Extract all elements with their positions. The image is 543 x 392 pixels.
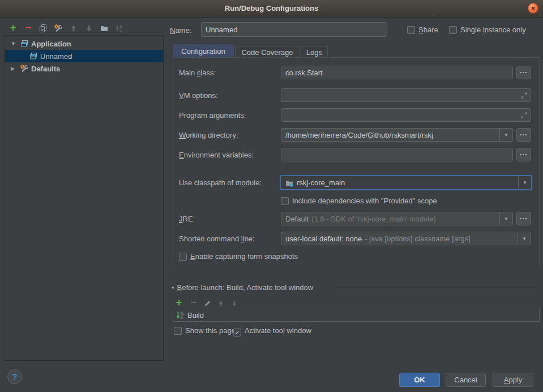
checkbox-unchecked[interactable] — [281, 197, 289, 205]
environment-variables-input[interactable] — [281, 148, 513, 161]
checkbox-unchecked[interactable] — [174, 327, 182, 335]
main-class-label: Main class: — [179, 66, 216, 79]
tree-item-label: Defaults — [31, 65, 60, 73]
before-launch-header[interactable]: ▾ Before launch: Build, Activate tool wi… — [172, 283, 313, 292]
environment-variables-browse-button[interactable]: ... — [516, 148, 531, 161]
edit-defaults-icon[interactable] — [53, 23, 64, 34]
tree-item-unnamed[interactable]: Unnamed — [5, 50, 163, 62]
remove-task-icon[interactable]: − — [188, 297, 199, 308]
enable-snapshots-checkbox[interactable]: Enable capturing form snapshots — [179, 252, 298, 261]
build-icon: 01 10 01 — [176, 311, 185, 320]
application-icon — [20, 39, 29, 48]
vm-options-input[interactable] — [281, 88, 531, 102]
tree-group-application[interactable]: ▼ Application — [5, 37, 163, 50]
new-folder-icon[interactable] — [99, 23, 110, 34]
include-provided-checkbox[interactable]: Include dependencies with "Provided" sco… — [281, 197, 437, 205]
move-up-icon[interactable] — [68, 23, 79, 34]
move-down-icon[interactable] — [83, 23, 95, 34]
module-icon — [285, 178, 294, 188]
configuration-panel: Main class: co.rsk.Start ... VM options:… — [173, 57, 540, 266]
move-down-icon[interactable] — [229, 298, 240, 309]
chevron-down-icon[interactable]: ▼ — [518, 176, 531, 189]
tree-group-defaults[interactable]: ▶ Defaults — [5, 62, 163, 75]
expand-field-icon[interactable] — [520, 111, 528, 121]
jre-browse-button[interactable]: ... — [516, 212, 531, 225]
sort-alphabetically-icon[interactable]: a z — [113, 23, 125, 34]
before-launch-task-build[interactable]: 01 10 01 Build — [173, 309, 540, 322]
remove-icon[interactable]: − — [23, 22, 34, 33]
program-arguments-label: Program arguments: — [179, 108, 246, 122]
svg-text:z: z — [119, 29, 122, 33]
configurations-tree: ▼ Application Unnamed ▶ — [5, 35, 164, 361]
name-input[interactable]: Unnamed — [201, 22, 387, 37]
tree-item-label: Unnamed — [40, 52, 72, 61]
working-directory-label: Working directory: — [179, 128, 238, 142]
checkbox-unchecked[interactable] — [179, 253, 187, 261]
run-debug-configurations-dialog: Run/Debug Configurations × + − — [0, 0, 543, 392]
chevron-collapsed-icon[interactable]: ▶ — [11, 66, 16, 71]
settings-icon — [20, 64, 29, 73]
jre-label: JRE: — [179, 212, 195, 225]
program-arguments-input[interactable] — [281, 108, 531, 122]
apply-button[interactable]: Apply — [493, 373, 533, 387]
expand-field-icon[interactable] — [520, 91, 528, 101]
use-classpath-label: Use classpath of module: — [179, 176, 262, 189]
application-icon — [29, 52, 38, 61]
dialog-title: Run/Debug Configurations — [225, 4, 318, 12]
add-icon[interactable]: + — [7, 22, 19, 33]
close-icon: × — [531, 4, 536, 12]
help-icon: ? — [12, 372, 17, 381]
tree-item-label: Application — [31, 40, 71, 48]
section-divider — [335, 288, 538, 288]
section-collapse-icon[interactable]: ▾ — [172, 285, 174, 291]
shorten-command-line-label: Shorten command line: — [179, 232, 255, 245]
checkbox-unchecked[interactable] — [407, 26, 415, 34]
tab-configuration[interactable]: Configuration — [173, 44, 234, 58]
chevron-down-icon[interactable]: ▼ — [499, 212, 512, 225]
working-directory-combo[interactable]: /home/meriherrera/Code/Github/rsksmart/r… — [281, 128, 513, 142]
activate-tool-window-checkbox[interactable]: ✓Activate tool window — [233, 326, 311, 336]
checkbox-checked[interactable]: ✓ — [233, 329, 241, 336]
copy-icon[interactable] — [37, 23, 49, 34]
environment-variables-label: Environment variables: — [179, 148, 254, 161]
svg-text:01: 01 — [181, 317, 184, 319]
chevron-expanded-icon[interactable]: ▼ — [11, 41, 16, 46]
single-instance-checkbox[interactable]: Single instance only — [449, 25, 526, 34]
share-checkbox[interactable]: Share — [407, 25, 438, 34]
jre-combo[interactable]: Default (1.8 - SDK of 'rskj-core_main' m… — [281, 212, 513, 225]
ok-button[interactable]: OK — [399, 373, 440, 387]
help-button[interactable]: ? — [7, 369, 22, 384]
use-classpath-combo[interactable]: rskj-core_main ▼ — [280, 175, 532, 190]
name-label: Name: — [170, 26, 191, 35]
show-this-page-checkbox[interactable]: Show this page — [174, 326, 236, 335]
working-directory-browse-button[interactable]: ... — [516, 128, 531, 142]
vm-options-label: VM options: — [179, 88, 218, 102]
main-class-input[interactable]: co.rsk.Start — [281, 66, 513, 79]
edit-icon[interactable] — [202, 298, 213, 309]
check-icon: ✓ — [234, 329, 240, 336]
task-label: Build — [187, 311, 204, 319]
main-class-browse-button[interactable]: ... — [516, 66, 531, 79]
add-task-icon[interactable]: + — [173, 297, 185, 308]
checkbox-unchecked[interactable] — [449, 26, 457, 34]
close-button[interactable]: × — [528, 3, 538, 14]
tab-code-coverage[interactable]: Code Coverage — [235, 46, 300, 58]
chevron-down-icon[interactable]: ▼ — [499, 129, 512, 141]
chevron-down-icon[interactable]: ▼ — [518, 232, 531, 245]
cancel-button[interactable]: Cancel — [446, 373, 486, 387]
move-up-icon[interactable] — [215, 298, 226, 309]
tab-logs[interactable]: Logs — [301, 46, 328, 58]
shorten-command-line-combo[interactable]: user-local default: none - java [options… — [281, 232, 531, 245]
title-bar[interactable]: Run/Debug Configurations × — [0, 0, 543, 18]
